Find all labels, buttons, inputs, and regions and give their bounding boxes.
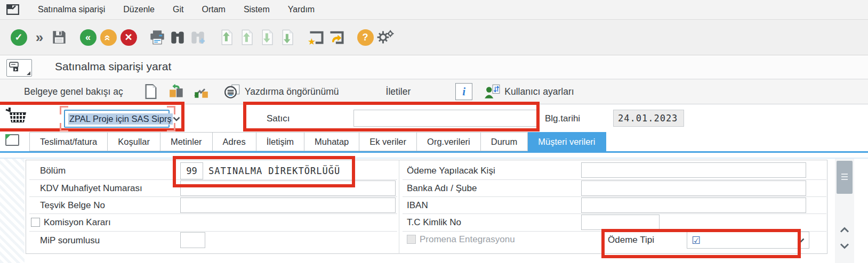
odeme-tipi-label: Ödeme Tipi <box>608 235 654 245</box>
tab-teslimat-fatura[interactable]: Teslimat/fatura <box>29 132 108 151</box>
green-corner-icon <box>5 134 11 140</box>
kdv-muhafiyet-input[interactable] <box>180 180 396 196</box>
menu-bar: Satınalma siparişi Düzenle Git Ortam Sis… <box>0 0 868 20</box>
save-icon[interactable] <box>49 27 69 48</box>
komisyon-karari-checkbox[interactable] <box>31 218 40 227</box>
promena-entegrasyonu-checkbox <box>407 235 416 244</box>
enter-icon[interactable]: ✓ <box>11 29 27 46</box>
banka-adi-sube-label: Banka Adı / Şube <box>407 183 477 194</box>
active-tab-underline <box>0 151 868 153</box>
tab-durum[interactable]: Durum <box>481 132 528 151</box>
park-document-icon[interactable] <box>194 85 208 98</box>
print-preview-icon[interactable] <box>224 84 240 100</box>
chevron-down-icon <box>173 117 180 121</box>
scroll-down-icon[interactable] <box>838 240 851 252</box>
sap-session-icon[interactable] <box>6 4 19 15</box>
column-divider <box>399 160 399 254</box>
scroll-up-icon[interactable] <box>838 224 851 236</box>
cancel-icon[interactable]: ✕ <box>120 29 137 46</box>
sap-window: Satınalma siparişi Düzenle Git Ortam Sis… <box>0 0 868 263</box>
tc-kimlik-no-label: T.C Kimlik No <box>407 217 461 228</box>
menu-sistem[interactable]: Sistem <box>235 5 279 14</box>
back-icon[interactable]: « <box>80 29 97 46</box>
find-next-icon[interactable] <box>188 27 208 48</box>
page-title: Satınalma siparişi yarat <box>55 60 171 73</box>
document-overview-button[interactable]: Belgeye genel bakışı aç <box>24 86 123 97</box>
tab-ek-veriler[interactable]: Ek veriler <box>359 132 417 151</box>
order-type-selected-value: ZPAL Proje için SAS Siprş <box>68 113 173 125</box>
tab-metinler[interactable]: Metinler <box>160 132 213 151</box>
checked-box-icon: ☑ <box>692 235 701 245</box>
tab-org-verileri[interactable]: Org.verileri <box>417 132 481 151</box>
print-preview-button[interactable]: Yazdırma öngörünümü <box>245 86 339 97</box>
next-page-icon[interactable] <box>257 27 277 48</box>
content-top-divider <box>0 158 868 159</box>
help-icon[interactable]: ? <box>357 29 374 46</box>
find-icon[interactable] <box>167 27 188 48</box>
tab-iletisim[interactable]: İletişim <box>256 132 304 151</box>
dropdown-corner-icon <box>27 71 30 75</box>
new-session-icon[interactable]: ★ <box>306 27 326 48</box>
menu-satinalma-siparisi[interactable]: Satınalma siparişi <box>29 5 114 14</box>
exit-icon[interactable]: « <box>100 29 117 46</box>
shopping-cart-icon <box>4 105 28 129</box>
odeme-yapilacak-kisi-input[interactable] <box>581 162 806 178</box>
menu-duzenle[interactable]: Düzenle <box>114 5 164 14</box>
mip-sorumlusu-input[interactable] <box>180 232 205 248</box>
odeme-tipi-select[interactable]: ☑ <box>687 232 809 249</box>
left-hatch-pattern <box>0 159 25 263</box>
vendor-input[interactable] <box>353 110 537 127</box>
mip-sorumlusu-label: MiP sorumlusu <box>40 235 100 246</box>
menu-yardim[interactable]: Yardım <box>279 5 324 14</box>
previous-page-icon[interactable] <box>237 27 257 48</box>
menu-ortam[interactable]: Ortam <box>192 5 234 14</box>
messages-button[interactable]: İletiler <box>386 86 411 97</box>
kdv-muhafiyet-label: KDV Muhafiyet Numarası <box>40 183 142 194</box>
user-settings-button[interactable]: Kullanıcı ayarları <box>504 86 574 97</box>
odeme-yapilacak-kisi-label: Ödeme Yapılacak Kişi <box>407 166 495 176</box>
bolum-description: SATINALMA DİREKTÖRLÜĞÜ <box>208 166 340 176</box>
bolum-code-input[interactable] <box>180 162 203 179</box>
info-icon[interactable]: i <box>455 83 472 100</box>
doc-date-field[interactable]: 24.01.2023 <box>613 110 684 127</box>
menu-git[interactable]: Git <box>164 5 192 14</box>
last-page-icon[interactable] <box>277 27 298 48</box>
hold-document-icon[interactable] <box>169 84 184 99</box>
application-toolbar: Belgeye genel bakışı aç Yazdırma öngörün… <box>0 79 868 104</box>
tab-muhatap[interactable]: Muhatap <box>304 132 359 151</box>
create-document-icon[interactable] <box>144 84 157 99</box>
create-shortcut-icon[interactable] <box>326 27 347 48</box>
promena-entegrasyonu-label: Promena Entegrasyonu <box>420 234 515 245</box>
tab-adres[interactable]: Adres <box>213 132 256 151</box>
tesvik-belge-input[interactable] <box>180 198 396 213</box>
system-toolbar: ✓ » « « ✕ <box>0 20 868 55</box>
tab-musteri-verileri[interactable]: Müşteri verileri <box>528 132 606 151</box>
expand-header-icon[interactable] <box>5 134 19 146</box>
komisyon-karari-label: Komisyon Kararı <box>44 217 111 228</box>
print-icon[interactable] <box>147 27 167 48</box>
scrollbar-thumb[interactable] <box>837 161 853 194</box>
banka-adi-sube-input[interactable] <box>581 180 806 196</box>
iban-label: IBAN <box>407 200 428 211</box>
tab-kosullar[interactable]: Koşullar <box>108 132 160 151</box>
customize-layout-icon[interactable] <box>375 27 396 48</box>
user-settings-icon[interactable] <box>484 84 500 99</box>
first-page-icon[interactable] <box>216 27 237 48</box>
tc-kimlik-no-input[interactable] <box>581 215 660 230</box>
gui-actions-menu-button[interactable] <box>6 59 32 77</box>
title-bar: Satınalma siparişi yarat <box>0 56 868 79</box>
more-icon[interactable]: » <box>36 29 42 46</box>
bolum-label: Bölüm <box>40 166 66 176</box>
tab-strip: Teslimat/fatura Koşullar Metinler Adres … <box>29 132 606 151</box>
order-type-select[interactable]: ZPAL Proje için SAS Siprş <box>64 110 170 128</box>
vendor-label: Satıcı <box>267 113 290 124</box>
doc-date-label: Blg.tarihi <box>545 113 580 124</box>
chevron-down-icon <box>797 238 805 243</box>
tesvik-belge-label: Teşvik Belge No <box>40 200 105 211</box>
iban-input[interactable] <box>581 198 806 213</box>
